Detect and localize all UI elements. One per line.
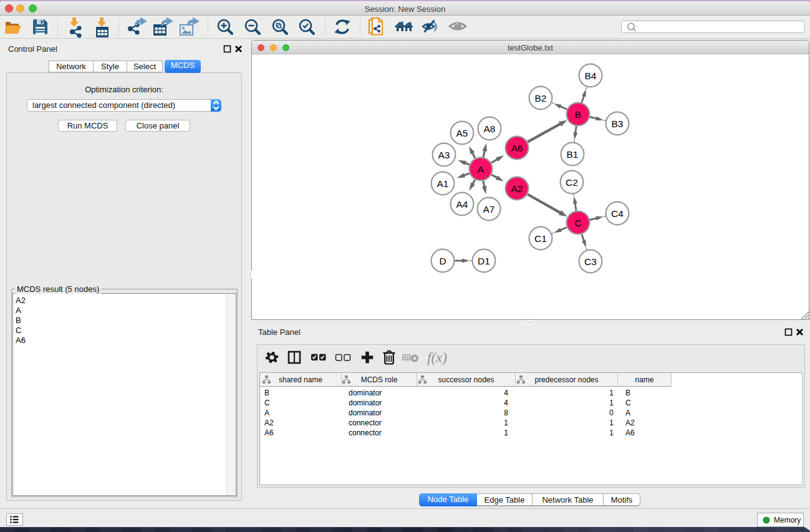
svg-text:A3: A3 xyxy=(438,150,450,160)
svg-text:B2: B2 xyxy=(535,93,547,104)
svg-text:C: C xyxy=(574,218,581,228)
svg-text:A1: A1 xyxy=(437,178,449,189)
svg-text:B4: B4 xyxy=(585,70,597,81)
svg-text:D: D xyxy=(439,256,446,266)
svg-text:A4: A4 xyxy=(456,199,468,210)
svg-text:C2: C2 xyxy=(566,177,578,188)
svg-text:A8: A8 xyxy=(484,123,496,134)
svg-text:f(x): f(x) xyxy=(427,350,447,365)
svg-text:C4: C4 xyxy=(611,208,624,219)
svg-text:A2: A2 xyxy=(511,183,523,194)
svg-text:C1: C1 xyxy=(534,233,547,244)
svg-text:B1: B1 xyxy=(567,149,579,160)
svg-text:B3: B3 xyxy=(612,118,624,129)
svg-text:D1: D1 xyxy=(478,256,490,266)
svg-text:A6: A6 xyxy=(511,143,523,153)
svg-text:A5: A5 xyxy=(456,128,468,138)
svg-text:A: A xyxy=(478,164,485,175)
svg-text:C3: C3 xyxy=(584,256,597,267)
svg-text:A7: A7 xyxy=(483,204,495,215)
svg-text:B: B xyxy=(575,109,581,120)
